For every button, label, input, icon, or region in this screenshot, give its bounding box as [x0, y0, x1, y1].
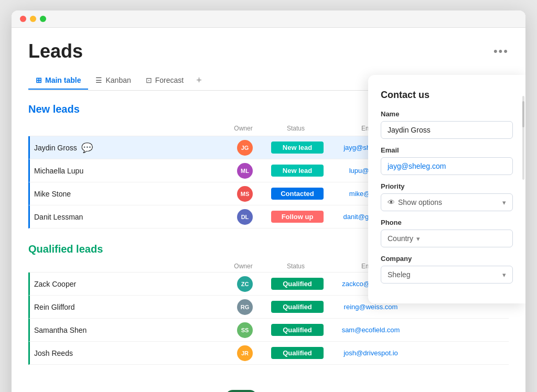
email-cell: reing@weiss.com [329, 303, 413, 311]
avatar: JG [237, 140, 253, 156]
owner-cell: ML [224, 163, 266, 179]
owner-cell: JG [224, 140, 266, 156]
priority-label: Priority [381, 182, 513, 190]
chat-icon[interactable]: 💬 [81, 142, 93, 154]
col-owner-header: Owner [222, 125, 264, 132]
status-badge: Contacted [271, 188, 324, 200]
owner-cell: DL [224, 209, 266, 225]
owner-cell: RG [224, 299, 266, 315]
status-cell: Qualified [266, 278, 329, 290]
tab-forecast[interactable]: ⊡ Forecast [138, 72, 191, 90]
close-dot[interactable] [20, 16, 26, 22]
table-row[interactable]: Samantha Shen SS Qualified sam@ecofield.… [28, 319, 509, 342]
add-tab-button[interactable]: + [191, 71, 207, 90]
kanban-icon: ☰ [95, 76, 102, 84]
status-badge: Qualified [271, 324, 324, 336]
status-cell: Qualified [266, 324, 329, 336]
avatar: ML [237, 163, 253, 179]
status-cell: Qualified [266, 301, 329, 313]
minimize-dot[interactable] [30, 16, 36, 22]
show-options-inner: 👁 Show options [388, 198, 502, 206]
tab-main-table[interactable]: ⊞ Main table [28, 72, 88, 90]
status-badge: Qualified [271, 301, 324, 313]
col-owner-header: Owner [222, 263, 264, 270]
owner-cell: JR [224, 345, 266, 361]
status-cell: Qualified [266, 347, 329, 359]
avatar: RG [237, 299, 253, 315]
tab-forecast-label: Forecast [155, 76, 184, 84]
scrollbar[interactable] [522, 96, 524, 180]
avatar: MS [237, 186, 253, 202]
row-name: Jaydin Gross 💬 [30, 138, 224, 158]
row-name: Mike Stone [30, 186, 224, 202]
phone-label: Phone [381, 219, 513, 226]
country-label: Country [388, 234, 413, 243]
email-label: Email [381, 146, 513, 154]
status-badge: Qualified [271, 347, 324, 359]
excel-icon: X [225, 390, 257, 392]
status-cell: New lead [266, 165, 329, 177]
page-title: Leads [28, 40, 83, 62]
table-icon: ⊞ [36, 76, 42, 84]
scrollbar-thumb [522, 101, 524, 127]
email-cell: sam@ecofield.com [329, 326, 413, 334]
contact-panel: Contact us Name Email Priority 👁 Show op… [368, 75, 525, 303]
row-name: Josh Reeds [30, 345, 224, 362]
row-name: Zack Cooper [30, 276, 224, 292]
avatar: JR [237, 345, 253, 361]
panel-title: Contact us [381, 90, 513, 101]
bottom-decoration: X ▲ [28, 379, 509, 392]
name-label: Name [381, 110, 513, 118]
tab-main-table-label: Main table [45, 76, 81, 84]
col-status-header: Status [264, 263, 327, 270]
company-chevron-icon: ▾ [502, 271, 506, 279]
email-cell: josh@drivespot.io [329, 349, 413, 357]
tab-kanban[interactable]: ☰ Kanban [88, 72, 138, 90]
app-window: Leads ••• ⊞ Main table ☰ Kanban ⊡ Foreca… [12, 10, 525, 392]
status-cell: Contacted [266, 188, 329, 200]
excel-icon-wrapper: X [225, 390, 257, 392]
titlebar [12, 10, 525, 28]
status-badge: New lead [271, 141, 324, 154]
company-dropdown[interactable]: Sheleg ▾ [381, 266, 513, 284]
status-cell: Follow up [266, 211, 329, 223]
priority-dropdown[interactable]: 👁 Show options ▾ [381, 193, 513, 211]
owner-cell: ZC [224, 276, 266, 292]
page-header: Leads ••• [28, 40, 509, 62]
company-label: Company [381, 255, 513, 263]
row-name: Samantha Shen [30, 322, 224, 339]
col-status-header: Status [264, 125, 327, 132]
show-options-label: Show options [398, 198, 442, 206]
company-value: Sheleg [388, 270, 411, 279]
eye-icon: 👁 [388, 198, 395, 206]
name-field[interactable] [381, 121, 513, 139]
row-name: Danit Lessman [30, 209, 224, 225]
chevron-down-icon: ▾ [502, 199, 506, 206]
table-row[interactable]: Josh Reeds JR Qualified josh@drivespot.i… [28, 342, 509, 365]
row-name: Michaella Lupu [30, 162, 224, 179]
owner-cell: SS [224, 322, 266, 338]
main-content: Leads ••• ⊞ Main table ☰ Kanban ⊡ Foreca… [12, 28, 525, 392]
forecast-icon: ⊡ [146, 76, 152, 84]
status-badge: Follow up [271, 211, 324, 223]
avatar: DL [237, 209, 253, 225]
email-field[interactable] [381, 157, 513, 175]
status-badge: Qualified [271, 278, 324, 290]
avatar: SS [237, 322, 253, 338]
more-menu-button[interactable]: ••• [493, 45, 509, 58]
status-badge: New lead [271, 165, 324, 177]
maximize-dot[interactable] [40, 16, 46, 22]
country-dropdown[interactable]: Country ▾ [381, 230, 513, 247]
row-name: Rein Glifford [30, 299, 224, 315]
tab-kanban-label: Kanban [105, 76, 131, 84]
owner-cell: MS [224, 186, 266, 202]
avatar: ZC [237, 276, 253, 292]
status-cell: New lead [266, 141, 329, 154]
country-chevron-icon: ▾ [416, 235, 420, 243]
country-inner: Country ▾ [388, 234, 506, 243]
